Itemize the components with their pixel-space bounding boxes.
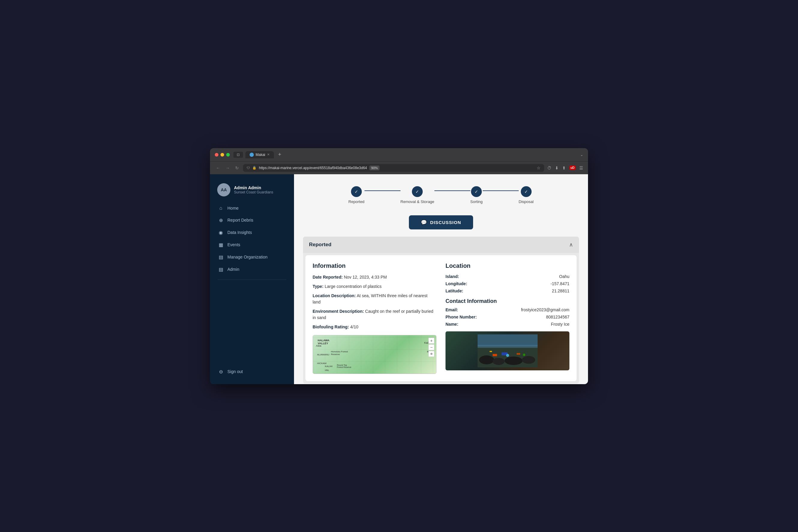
new-tab-button[interactable]: + [276, 151, 283, 158]
tab-close-icon[interactable]: ✕ [267, 153, 270, 156]
sidebar-item-home[interactable]: ⌂ Home [214, 203, 291, 214]
admin-icon: ▤ [218, 267, 224, 272]
discussion-icon: 💬 [421, 220, 427, 225]
step-label-disposal: Disposal [519, 200, 534, 204]
env-desc-label: Environment Description: [313, 309, 364, 314]
active-tab[interactable]: Makai ✕ [245, 151, 274, 158]
map-container: HALAWAVALLEY Aiea ALIAMANU Honolulu Fore… [313, 335, 437, 374]
env-desc-row: Environment Description: Caught on the r… [313, 308, 437, 321]
nav-divider [218, 280, 286, 280]
signout-icon: ⊖ [218, 369, 224, 375]
sidebar-item-admin[interactable]: ▤ Admin [214, 264, 291, 275]
svg-rect-6 [478, 345, 538, 348]
step-connector-1 [365, 190, 401, 191]
name-value: Frosty Ice [551, 322, 570, 327]
island-value: Oahu [559, 274, 570, 279]
map-zoom-in[interactable]: + [428, 338, 434, 344]
map-label-aliamanu: ALIAMANU [317, 353, 329, 356]
toolbar-icons: ⏱ ⬇ ⬆ uD ☰ [547, 166, 583, 170]
sidebar-label-manage-org: Manage Organization [227, 254, 267, 260]
date-reported-row: Date Reported: Nov 12, 2023, 4:33 PM [313, 274, 437, 280]
step-removal: ✓ Removal & Storage [401, 186, 434, 204]
discussion-btn-wrapper: 💬 DISCUSSION [303, 215, 579, 229]
step-label-removal: Removal & Storage [401, 200, 434, 204]
tab-title: Makai [256, 153, 265, 157]
phone-label: Phone Number: [445, 315, 477, 319]
forward-button[interactable]: → [224, 165, 231, 171]
back-button[interactable]: ← [215, 165, 221, 171]
map-label-aiea: Aiea [316, 344, 321, 347]
step-label-reported: Reported [348, 200, 364, 204]
map-compass[interactable]: ⊕ [428, 351, 434, 357]
home-icon: ⌂ [218, 205, 224, 211]
step-connector-3 [483, 190, 519, 191]
nav-menu: ⌂ Home ⊕ Report Debris ◉ Data Insights ▦… [210, 203, 294, 378]
date-reported-label: Date Reported: [313, 275, 342, 280]
name-row: Name: Frosty Ice [445, 322, 570, 327]
progress-section: ✓ Reported ✓ Removal & Storage ✓ Sorting [303, 183, 579, 207]
biofouling-value: 4/10 [350, 324, 358, 329]
discussion-label: DISCUSSION [430, 220, 461, 225]
email-label: Email: [445, 307, 458, 312]
email-row: Email: frostyice2023@gmail.com [445, 307, 570, 312]
tab-favicon [249, 153, 254, 157]
longitude-row: Longitude: -157.8471 [445, 281, 570, 286]
minimize-button[interactable] [221, 153, 224, 156]
longitude-value: -157.8471 [551, 281, 570, 286]
url-display: https://makai-marine.vercel.app/event/65… [259, 166, 367, 170]
manage-org-icon: ▤ [218, 254, 224, 260]
discussion-button[interactable]: 💬 DISCUSSION [409, 215, 473, 229]
phone-value: 8081234567 [546, 315, 570, 319]
download-icon[interactable]: ⬇ [555, 166, 559, 170]
two-column-layout: Information Date Reported: Nov 12, 2023,… [313, 262, 570, 374]
address-bar[interactable]: 🛡 🔒 https://makai-marine.vercel.app/even… [243, 164, 544, 172]
sidebar-label-insights: Data Insights [227, 230, 252, 235]
map-zoom-controls: + − ⊕ [428, 338, 434, 357]
history-icon[interactable]: ⏱ [547, 166, 551, 170]
sidebar-toggle[interactable]: ⊡ [234, 152, 243, 158]
shield-icon: 🛡 [247, 166, 250, 170]
svg-point-2 [493, 358, 505, 365]
name-label: Name: [445, 322, 458, 327]
latitude-row: Latitude: 21.28811 [445, 288, 570, 293]
user-org: Sunset Coast Guardians [234, 190, 273, 194]
user-profile: AA Admin Admin Sunset Coast Guardians [210, 180, 294, 203]
user-info: Admin Admin Sunset Coast Guardians [234, 185, 273, 194]
browser-titlebar: ⊡ Makai ✕ + ⌄ [210, 148, 588, 162]
maximize-button[interactable] [226, 153, 230, 156]
close-button[interactable] [215, 153, 218, 156]
sidebar-item-events[interactable]: ▦ Events [214, 239, 291, 251]
reported-section: Reported ∧ Information Date Reported: No… [303, 236, 579, 383]
island-row: Island: Oahu [445, 274, 570, 279]
reload-button[interactable]: ↻ [234, 165, 240, 171]
sidebar-item-report[interactable]: ⊕ Report Debris [214, 214, 291, 226]
tab-bar: ⊡ Makai ✕ + ⌄ [234, 151, 583, 158]
zoom-badge: 90% [369, 166, 379, 170]
map-zoom-out[interactable]: − [428, 344, 434, 350]
step-label-sorting: Sorting [470, 200, 483, 204]
menu-icon[interactable]: ☰ [579, 166, 583, 170]
sidebar-label-admin: Admin [227, 267, 239, 272]
date-reported-value: Nov 12, 2023, 4:33 PM [344, 275, 387, 280]
sign-out-item[interactable]: ⊖ Sign out [214, 366, 291, 378]
type-value: Large concentration of plastics [324, 284, 382, 289]
sidebar: AA Admin Admin Sunset Coast Guardians ⌂ … [210, 174, 294, 384]
chevron-down-icon: ⌄ [580, 153, 583, 157]
step-sorting: ✓ Sorting [470, 186, 483, 204]
step-circle-reported: ✓ [351, 186, 362, 197]
browser-toolbar: ← → ↻ 🛡 🔒 https://makai-marine.vercel.ap… [210, 162, 588, 174]
email-value: frostyice2023@gmail.com [521, 307, 570, 312]
longitude-label: Longitude: [445, 281, 467, 286]
location-desc-label: Location Description: [313, 293, 356, 298]
chart-icon: ◉ [218, 230, 224, 235]
step-circle-removal: ✓ [412, 186, 423, 197]
star-icon[interactable]: ☆ [537, 166, 541, 170]
collapse-toggle[interactable]: ∧ [569, 242, 573, 248]
ublock-icon[interactable]: uD [570, 166, 576, 170]
phone-row: Phone Number: 8081234567 [445, 315, 570, 319]
sidebar-item-manage-org[interactable]: ▤ Manage Organization [214, 251, 291, 263]
sidebar-item-insights[interactable]: ◉ Data Insights [214, 227, 291, 239]
svg-point-4 [522, 356, 535, 364]
share-icon[interactable]: ⬆ [562, 166, 566, 170]
calendar-icon: ▦ [218, 242, 224, 248]
